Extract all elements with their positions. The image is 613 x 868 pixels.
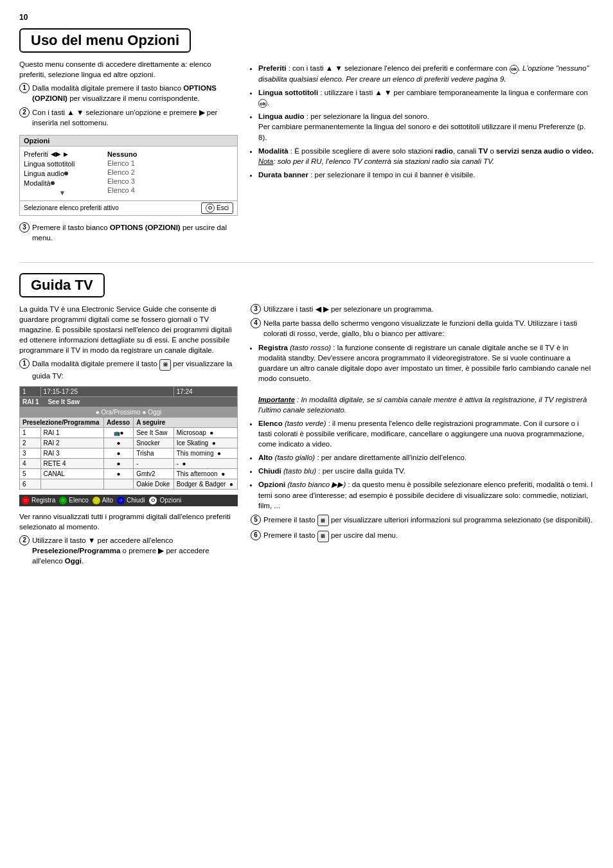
guide-row4-adesso: - <box>134 458 174 468</box>
btn-yellow-circle: ○ <box>93 497 100 504</box>
guide-header-row: 1 17:15-17:25 17:24 <box>20 386 238 396</box>
guida-step-1: 1 Dalla modalità digitale premere il tas… <box>19 359 238 381</box>
options-right-col: Nessuno Elenco 1 Elenco 2 Elenco 3 Elenc… <box>107 150 233 197</box>
uso-menu-intro: Questo menu consente di accedere diretta… <box>19 59 238 80</box>
guida-tv-intro: La guida TV è una Electronic Service Gui… <box>19 304 238 355</box>
guide-row-1: 1 RAI 1 📺● See It Saw Microsoap ● <box>20 427 238 438</box>
step-2-content: Con i tasti ▲ ▼ selezionare un'opzione e… <box>32 107 238 128</box>
guide-row3-name: RAI 3 <box>40 448 104 458</box>
preferiti-label: Preferiti <box>24 150 48 158</box>
options-preferiti-row: Preferiti ◀▶ ▶ <box>24 150 101 158</box>
btn-green-circle: ○ <box>59 497 67 504</box>
guide-table: 1 17:15-17:25 17:24 RAI 1 See It Saw ● O… <box>19 386 238 490</box>
guide-btn-chiudi[interactable]: ○ Chiudi <box>117 497 145 504</box>
options-box-content: Preferiti ◀▶ ▶ Lingua sottotitoli Lingua… <box>20 146 237 200</box>
guide-btn-opzioni[interactable]: O Opzioni <box>148 496 181 505</box>
options-modalita-row: Modalità <box>24 179 101 187</box>
options-box: Opzioni Preferiti ◀▶ ▶ Lingua sottotitol… <box>19 135 238 216</box>
guide-btn-elenco-label: Elenco <box>69 497 89 504</box>
page-number: 10 <box>19 13 594 22</box>
guide-col-preselezione: Preselezione/Programma <box>20 417 104 427</box>
guide-btn-registra[interactable]: ○ Registra <box>22 497 55 504</box>
bullet-durata-banner: Durata banner : per selezionare il tempo… <box>258 170 594 180</box>
step-3-content: Premere il tasto bianco OPTIONS (OPZIONI… <box>32 222 238 243</box>
section-uso-menu-opzioni: Uso del menu Opzioni Questo menu consent… <box>19 28 594 247</box>
esci-button[interactable]: O Esci <box>201 202 233 214</box>
guide-btn-alto-label: Alto <box>102 497 113 504</box>
lingua-audio-dot <box>64 172 68 175</box>
guida-step-4-circle: 4 <box>251 318 261 328</box>
guide-row5-aseguire: This afternoon ● <box>173 468 237 479</box>
btn-red-circle: ○ <box>22 497 30 504</box>
guide-row4-name: RETE 4 <box>40 458 104 468</box>
lingua-sottotitoli-label: Lingua sottotitoli <box>24 160 75 168</box>
guide-btn-elenco[interactable]: ○ Elenco <box>59 497 89 504</box>
modalita-dot <box>51 181 55 185</box>
guide-btn-chiudi-label: Chiudi <box>127 497 145 504</box>
guide-row5-name: CANAL <box>40 468 104 479</box>
guide-col-aseguire: A seguire <box>134 417 238 427</box>
bullet-opzioni: Opzioni (tasto bianco ▶▶) : da questo me… <box>258 479 594 510</box>
guide-icon-6: ⊞ <box>317 531 329 542</box>
guide-row3-aseguire: This morning ● <box>173 448 237 458</box>
step-1-circle: 1 <box>19 83 30 93</box>
guida-step-6-content: Premere il tasto ⊞ per uscire dal menu. <box>263 530 594 542</box>
guida-right-step-3: 3 Utilizzare i tasti ◀ ▶ per selezionare… <box>251 304 594 314</box>
page: 10 Uso del menu Opzioni Questo menu cons… <box>19 13 594 570</box>
options-elenco1: Elenco 1 <box>107 159 233 167</box>
guide-table-container: 1 17:15-17:25 17:24 RAI 1 See It Saw ● O… <box>19 386 238 506</box>
guide-icon-5: ⊞ <box>317 515 329 526</box>
guide-row3-adesso: Trisha <box>134 448 174 458</box>
guida-step-3-circle: 3 <box>251 304 261 314</box>
guide-row-4: 4 RETE 4 ● - - ● <box>20 458 238 468</box>
uso-step-1: 1 Dalla modalità digitale premere il tas… <box>19 83 238 103</box>
bullet-modalita: Modalità : È possibile scegliere di aver… <box>258 146 594 166</box>
guide-row-2: 2 RAI 2 ● Snocker Ice Skating ● <box>20 438 238 448</box>
options-nessuno: Nessuno <box>107 150 233 158</box>
guida-bullets: Registra (tasto rosso) : la funzione con… <box>258 342 594 511</box>
guide-header-channel: 1 <box>20 386 41 396</box>
guide-row-3: 3 RAI 3 ● Trisha This morning ● <box>20 448 238 458</box>
uso-step-2: 2 Con i tasti ▲ ▼ selezionare un'opzione… <box>19 107 238 128</box>
guida-right-step-6: 6 Premere il tasto ⊞ per uscire dal menu… <box>251 530 594 542</box>
options-box-title: Opzioni <box>20 136 237 146</box>
preferiti-nav-icon: ◀▶ <box>51 150 61 157</box>
step-3-circle: 3 <box>19 222 30 233</box>
guide-row-6: 6 Oakie Doke Bodger & Badger ● <box>20 479 238 489</box>
guide-row4-num: 4 <box>20 458 41 468</box>
bullet-lingua-audio: Lingua audio : per selezionare la lingua… <box>258 111 594 142</box>
guide-row6-adesso: Oakie Doke <box>134 479 174 489</box>
bullet-registra: Registra (tasto rosso) : la funzione con… <box>258 342 594 415</box>
guide-row5-adesso: Gmtv2 <box>134 468 174 479</box>
guide-row5-num: 5 <box>20 468 41 479</box>
uso-menu-left-col: Questo menu consente di accedere diretta… <box>19 59 238 247</box>
guide-header-time-current: 17:24 <box>173 386 237 396</box>
guide-row6-dot1 <box>104 479 134 489</box>
esci-label: Esci <box>217 204 229 211</box>
guide-col-adesso: Adesso <box>104 417 134 427</box>
guide-after-table-text: Ver ranno visualizzati tutti i programmi… <box>19 511 238 532</box>
uso-menu-bullets: Preferiti : con i tasti ▲ ▼ selezionare … <box>258 63 594 180</box>
guida-step-2-content: Utilizzare il tasto ▼ per accedere all'e… <box>32 535 238 566</box>
guida-step-2-circle: 2 <box>19 535 30 545</box>
guide-nav-text: ● Ora/Prossimo ● Oggi <box>20 407 238 417</box>
guide-footer: ○ Registra ○ Elenco ○ Alto ○ <box>19 495 238 506</box>
options-elenco3: Elenco 3 <box>107 177 233 185</box>
uso-step-3: 3 Premere il tasto bianco OPTIONS (OPZIO… <box>19 222 238 243</box>
guide-btn-alto[interactable]: ○ Alto <box>93 497 113 504</box>
step-2-circle: 2 <box>19 107 30 118</box>
guide-btn-opzioni-label: Opzioni <box>159 497 181 504</box>
guide-rai1-row: RAI 1 See It Saw <box>20 396 238 407</box>
guide-icon: ⊞ <box>159 359 171 371</box>
options-more-indicator: ▼ <box>24 189 101 197</box>
btn-blue-circle: ○ <box>117 497 125 504</box>
guida-step-4-content: Nella parte bassa dello schermo vengono … <box>263 318 594 339</box>
section-guida-tv: Guida TV La guida TV è una Electronic Se… <box>19 273 594 571</box>
options-left-col: Preferiti ◀▶ ▶ Lingua sottotitoli Lingua… <box>24 150 101 197</box>
guide-row3-dot1: ● <box>104 448 134 458</box>
options-lingua-sottotitoli-row: Lingua sottotitoli <box>24 160 101 168</box>
guide-row2-adesso: Snocker <box>134 438 174 448</box>
section-title-uso-menu-opzioni: Uso del menu Opzioni <box>19 28 191 53</box>
bullet-elenco: Elenco (tasto verde) : il menu presenta … <box>258 418 594 449</box>
guide-row6-name <box>40 479 104 489</box>
